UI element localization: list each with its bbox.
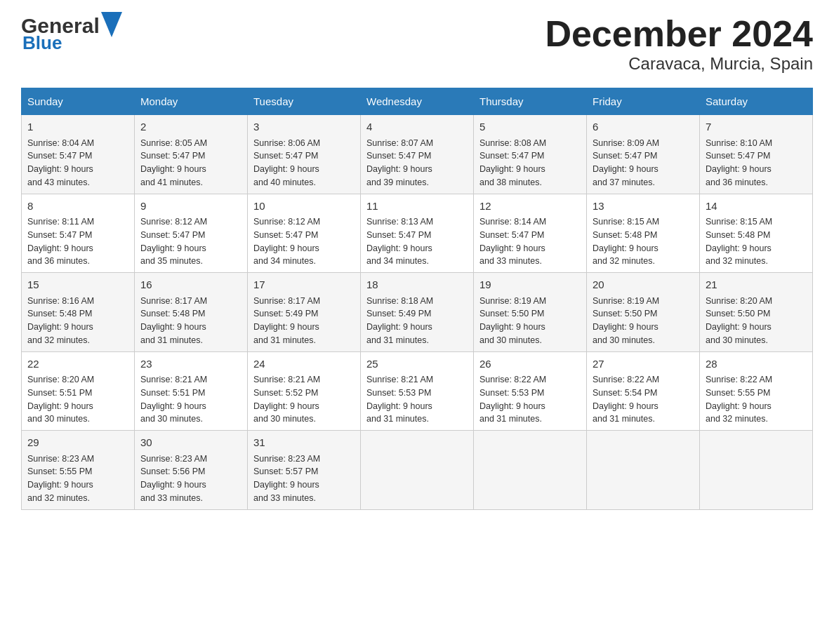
day-number: 7 [706,119,807,135]
day-number: 12 [479,199,581,215]
day-info: Sunrise: 8:07 AMSunset: 5:47 PMDaylight:… [366,137,468,189]
day-number: 4 [366,119,468,135]
day-number: 18 [366,277,468,293]
table-row: 22Sunrise: 8:20 AMSunset: 5:51 PMDayligh… [22,351,135,431]
day-info: Sunrise: 8:20 AMSunset: 5:51 PMDaylight:… [27,373,128,426]
table-row: 4Sunrise: 8:07 AMSunset: 5:47 PMDaylight… [361,115,474,194]
day-info: Sunrise: 8:04 AMSunset: 5:47 PMDaylight:… [27,137,128,189]
table-row: 19Sunrise: 8:19 AMSunset: 5:50 PMDayligh… [474,273,587,352]
table-row: 29Sunrise: 8:23 AMSunset: 5:55 PMDayligh… [22,431,135,510]
table-row [474,431,587,510]
day-info: Sunrise: 8:08 AMSunset: 5:47 PMDaylight:… [479,137,581,189]
table-row: 21Sunrise: 8:20 AMSunset: 5:50 PMDayligh… [700,273,813,352]
day-number: 2 [140,119,241,135]
day-number: 23 [140,356,241,373]
day-info: Sunrise: 8:20 AMSunset: 5:50 PMDaylight:… [706,295,807,347]
table-row: 30Sunrise: 8:23 AMSunset: 5:56 PMDayligh… [135,431,248,510]
table-row: 27Sunrise: 8:22 AMSunset: 5:54 PMDayligh… [587,351,700,431]
table-row: 3Sunrise: 8:06 AMSunset: 5:47 PMDaylight… [248,115,361,194]
day-number: 6 [593,119,694,135]
table-row: 24Sunrise: 8:21 AMSunset: 5:52 PMDayligh… [248,351,361,431]
day-info: Sunrise: 8:21 AMSunset: 5:53 PMDaylight:… [366,373,468,426]
day-info: Sunrise: 8:21 AMSunset: 5:51 PMDaylight:… [140,373,241,426]
calendar-week-row: 29Sunrise: 8:23 AMSunset: 5:55 PMDayligh… [22,431,813,510]
day-info: Sunrise: 8:15 AMSunset: 5:48 PMDaylight:… [706,215,807,268]
day-info: Sunrise: 8:22 AMSunset: 5:54 PMDaylight:… [593,373,694,426]
day-number: 11 [366,199,468,215]
day-info: Sunrise: 8:14 AMSunset: 5:47 PMDaylight:… [479,215,581,268]
day-info: Sunrise: 8:19 AMSunset: 5:50 PMDaylight:… [479,295,581,347]
table-row: 17Sunrise: 8:17 AMSunset: 5:49 PMDayligh… [248,273,361,352]
calendar-week-row: 8Sunrise: 8:11 AMSunset: 5:47 PMDaylight… [22,194,813,273]
table-row: 14Sunrise: 8:15 AMSunset: 5:48 PMDayligh… [700,194,813,273]
day-info: Sunrise: 8:12 AMSunset: 5:47 PMDaylight:… [253,215,355,268]
header-monday: Monday [135,88,248,115]
day-number: 27 [593,356,694,373]
day-number: 3 [253,119,355,135]
table-row: 15Sunrise: 8:16 AMSunset: 5:48 PMDayligh… [22,273,135,352]
logo-arrow-icon [101,12,122,37]
svg-marker-0 [101,12,122,37]
table-row: 16Sunrise: 8:17 AMSunset: 5:48 PMDayligh… [135,273,248,352]
table-row: 7Sunrise: 8:10 AMSunset: 5:47 PMDaylight… [700,115,813,194]
header-thursday: Thursday [474,88,587,115]
day-info: Sunrise: 8:18 AMSunset: 5:49 PMDaylight:… [366,295,468,347]
day-number: 14 [706,199,807,215]
day-info: Sunrise: 8:23 AMSunset: 5:57 PMDaylight:… [253,452,355,505]
day-number: 1 [27,119,128,135]
day-number: 17 [253,277,355,293]
day-info: Sunrise: 8:22 AMSunset: 5:55 PMDaylight:… [706,373,807,426]
day-number: 15 [27,277,128,293]
day-number: 21 [706,277,807,293]
day-info: Sunrise: 8:19 AMSunset: 5:50 PMDaylight:… [593,295,694,347]
page-title: December 2024 [545,14,813,54]
table-row [700,431,813,510]
day-info: Sunrise: 8:23 AMSunset: 5:56 PMDaylight:… [140,452,241,505]
day-info: Sunrise: 8:13 AMSunset: 5:47 PMDaylight:… [366,215,468,268]
day-info: Sunrise: 8:10 AMSunset: 5:47 PMDaylight:… [706,137,807,189]
day-info: Sunrise: 8:17 AMSunset: 5:49 PMDaylight:… [253,295,355,347]
day-number: 31 [253,435,355,451]
day-info: Sunrise: 8:15 AMSunset: 5:48 PMDaylight:… [593,215,694,268]
table-row: 11Sunrise: 8:13 AMSunset: 5:47 PMDayligh… [361,194,474,273]
table-row: 5Sunrise: 8:08 AMSunset: 5:47 PMDaylight… [474,115,587,194]
table-row: 28Sunrise: 8:22 AMSunset: 5:55 PMDayligh… [700,351,813,431]
day-info: Sunrise: 8:05 AMSunset: 5:47 PMDaylight:… [140,137,241,189]
day-number: 26 [479,356,581,373]
header-sunday: Sunday [22,88,135,115]
day-info: Sunrise: 8:06 AMSunset: 5:47 PMDaylight:… [253,137,355,189]
table-row: 9Sunrise: 8:12 AMSunset: 5:47 PMDaylight… [135,194,248,273]
day-info: Sunrise: 8:22 AMSunset: 5:53 PMDaylight:… [479,373,581,426]
day-number: 9 [140,199,241,215]
table-row: 12Sunrise: 8:14 AMSunset: 5:47 PMDayligh… [474,194,587,273]
header-tuesday: Tuesday [248,88,361,115]
table-row: 26Sunrise: 8:22 AMSunset: 5:53 PMDayligh… [474,351,587,431]
header-wednesday: Wednesday [361,88,474,115]
day-info: Sunrise: 8:21 AMSunset: 5:52 PMDaylight:… [253,373,355,426]
table-row: 13Sunrise: 8:15 AMSunset: 5:48 PMDayligh… [587,194,700,273]
logo-blue-text: Blue [22,32,62,54]
day-number: 30 [140,435,241,451]
calendar-week-row: 22Sunrise: 8:20 AMSunset: 5:51 PMDayligh… [22,351,813,431]
table-row: 25Sunrise: 8:21 AMSunset: 5:53 PMDayligh… [361,351,474,431]
day-info: Sunrise: 8:17 AMSunset: 5:48 PMDaylight:… [140,295,241,347]
day-info: Sunrise: 8:11 AMSunset: 5:47 PMDaylight:… [27,215,128,268]
day-number: 20 [593,277,694,293]
table-row [361,431,474,510]
logo: General Blue [21,14,122,54]
calendar-header-row: Sunday Monday Tuesday Wednesday Thursday… [22,88,813,115]
table-row: 20Sunrise: 8:19 AMSunset: 5:50 PMDayligh… [587,273,700,352]
calendar-week-row: 1Sunrise: 8:04 AMSunset: 5:47 PMDaylight… [22,115,813,194]
day-number: 13 [593,199,694,215]
title-section: December 2024 Caravaca, Murcia, Spain [545,14,813,74]
day-number: 5 [479,119,581,135]
day-number: 29 [27,435,128,451]
day-number: 28 [706,356,807,373]
page-subtitle: Caravaca, Murcia, Spain [545,54,813,74]
day-number: 24 [253,356,355,373]
day-number: 22 [27,356,128,373]
day-info: Sunrise: 8:09 AMSunset: 5:47 PMDaylight:… [593,137,694,189]
day-info: Sunrise: 8:16 AMSunset: 5:48 PMDaylight:… [27,295,128,347]
header-saturday: Saturday [700,88,813,115]
day-info: Sunrise: 8:12 AMSunset: 5:47 PMDaylight:… [140,215,241,268]
